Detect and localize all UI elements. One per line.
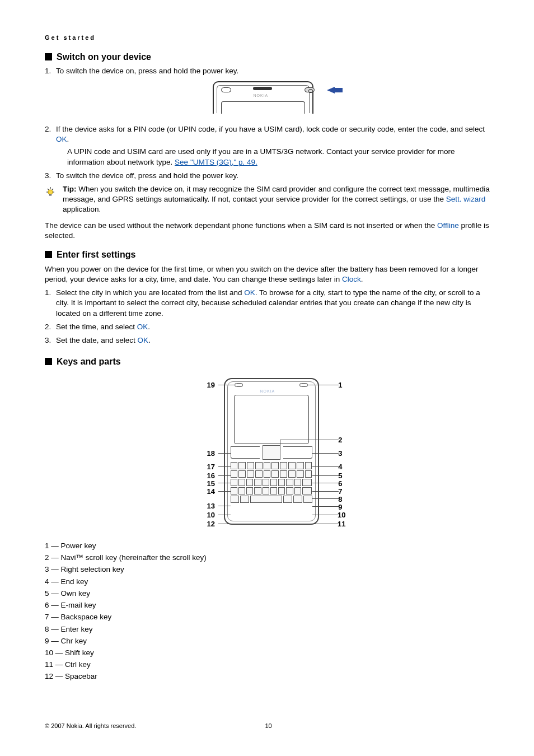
list-item: 2 — Navi™ scroll key (hereinafter the sc… xyxy=(45,553,492,563)
step-number: 1. xyxy=(45,66,51,76)
callout-18: 18 xyxy=(207,449,215,459)
step-text: Set the time, and select OK. xyxy=(56,323,150,331)
list-item: 12 — Spacebar xyxy=(45,671,492,682)
copyright: © 2007 Nokia. All rights reserved. xyxy=(45,722,136,730)
switch-on-steps: 1. To switch the device on, press and ho… xyxy=(45,66,492,76)
step-subtext: A UPIN code and USIM card are used only … xyxy=(56,147,492,167)
screen xyxy=(234,395,309,444)
earpiece-icon xyxy=(235,383,243,387)
keyboard xyxy=(231,462,312,504)
list-item: 8 — Enter key xyxy=(45,624,492,634)
section-heading-enter-first-settings: Enter first settings xyxy=(45,249,492,261)
svg-point-0 xyxy=(48,190,53,194)
list-item: 10 — Shift key xyxy=(45,648,492,658)
ok-label: OK xyxy=(56,135,67,143)
step-number: 3. xyxy=(45,171,51,181)
callout-1: 1 xyxy=(338,380,342,390)
section-heading-switch-on: Switch on your device xyxy=(45,51,492,63)
left-softkey xyxy=(231,446,260,459)
list-item: 1 — Power key xyxy=(45,541,492,551)
earpiece-icon xyxy=(221,87,231,92)
list-item: 1. Select the city in which you are loca… xyxy=(45,288,492,319)
navi-key xyxy=(263,445,280,460)
list-item: 1. To switch the device on, press and ho… xyxy=(45,66,492,76)
section-heading-keys-and-parts: Keys and parts xyxy=(45,356,492,368)
step-number: 3. xyxy=(45,335,51,346)
svg-line-4 xyxy=(48,189,49,190)
callout-12: 12 xyxy=(207,519,215,529)
list-item: 11 — Ctrl key xyxy=(45,660,492,670)
bullet-square-icon xyxy=(45,251,52,258)
clock-label: Clock xyxy=(342,275,361,283)
step-text: Select the city in which you are located… xyxy=(56,288,480,317)
ok-label: OK xyxy=(138,336,149,344)
intro-para: When you power on the device for the fir… xyxy=(45,264,492,284)
step-text: If the device asks for a PIN code (or UP… xyxy=(56,125,485,143)
callout-11: 11 xyxy=(338,519,345,529)
first-settings-steps: 1. Select the city in which you are loca… xyxy=(45,288,492,346)
bullet-square-icon xyxy=(45,358,52,365)
speaker-icon xyxy=(253,87,272,90)
step-text: To switch the device off, press and hold… xyxy=(56,171,238,180)
callout-10l: 10 xyxy=(207,510,215,520)
callout-17: 17 xyxy=(207,462,215,472)
list-item: 6 — E-mail key xyxy=(45,600,492,610)
arrow-icon xyxy=(327,87,335,94)
callout-4: 4 xyxy=(338,462,342,472)
list-item: 7 — Backspace key xyxy=(45,612,492,622)
tip-text: Tip: When you switch the device on, it m… xyxy=(63,184,492,215)
callout-14: 14 xyxy=(207,487,215,497)
step-number: 2. xyxy=(45,124,51,134)
list-item: 3 — Right selection key xyxy=(45,564,492,575)
callout-13: 13 xyxy=(207,501,215,511)
figure-device-front: NOKIA 19 18 17 16 15 14 13 10 12 xyxy=(45,374,492,533)
power-key-icon xyxy=(305,87,315,92)
list-item: 9 — Chr key xyxy=(45,636,492,646)
lightbulb-icon xyxy=(45,185,56,202)
step-number: 2. xyxy=(45,322,51,332)
page-footer: © 2007 Nokia. All rights reserved. 10 xyxy=(45,722,492,730)
ok-label: OK xyxy=(137,323,148,331)
nokia-logo: NOKIA xyxy=(254,93,269,98)
section-title: Keys and parts xyxy=(57,356,121,368)
callout-2: 2 xyxy=(338,435,342,445)
list-item: 2. Set the time, and select OK. xyxy=(45,322,492,332)
callout-10r: 10 xyxy=(338,510,345,520)
right-softkey xyxy=(283,446,312,459)
bullet-square-icon xyxy=(45,53,52,60)
svg-line-5 xyxy=(52,189,53,190)
section-title: Enter first settings xyxy=(57,249,135,261)
sett-wizard-label: Sett. wizard xyxy=(446,195,486,203)
arrow-tail xyxy=(335,88,343,92)
keys-legend-list: 1 — Power key 2 — Navi™ scroll key (here… xyxy=(45,541,492,682)
breadcrumb: Get started xyxy=(45,34,492,42)
list-item: 5 — Own key xyxy=(45,589,492,599)
ok-label: OK xyxy=(244,288,255,297)
closing-para: The device can be used without the netwo… xyxy=(45,221,492,241)
callout-19: 19 xyxy=(207,380,215,390)
list-item: 3. To switch the device off, press and h… xyxy=(45,171,492,181)
switch-on-steps-cont: 2. If the device asks for a PIN code (or… xyxy=(45,124,492,181)
step-number: 1. xyxy=(45,288,51,298)
power-key-icon xyxy=(299,383,308,387)
umts-link[interactable]: See "UMTS (3G)," p. 49. xyxy=(175,158,257,166)
step-text: To switch the device on, press and hold … xyxy=(56,67,238,75)
step-text: Set the date, and select OK. xyxy=(56,336,151,344)
figure-phone-top: NOKIA xyxy=(45,81,492,118)
tip-label: Tip: xyxy=(63,185,78,193)
section-title: Switch on your device xyxy=(57,51,151,63)
list-item: 2. If the device asks for a PIN code (or… xyxy=(45,124,492,167)
tip-callout: Tip: When you switch the device on, it m… xyxy=(45,184,492,215)
list-item: 4 — End key xyxy=(45,577,492,587)
nokia-logo: NOKIA xyxy=(260,389,275,394)
list-item: 3. Set the date, and select OK. xyxy=(45,335,492,346)
offline-label: Offline xyxy=(437,221,459,230)
callout-3: 3 xyxy=(338,449,342,459)
page-number: 10 xyxy=(265,722,271,730)
